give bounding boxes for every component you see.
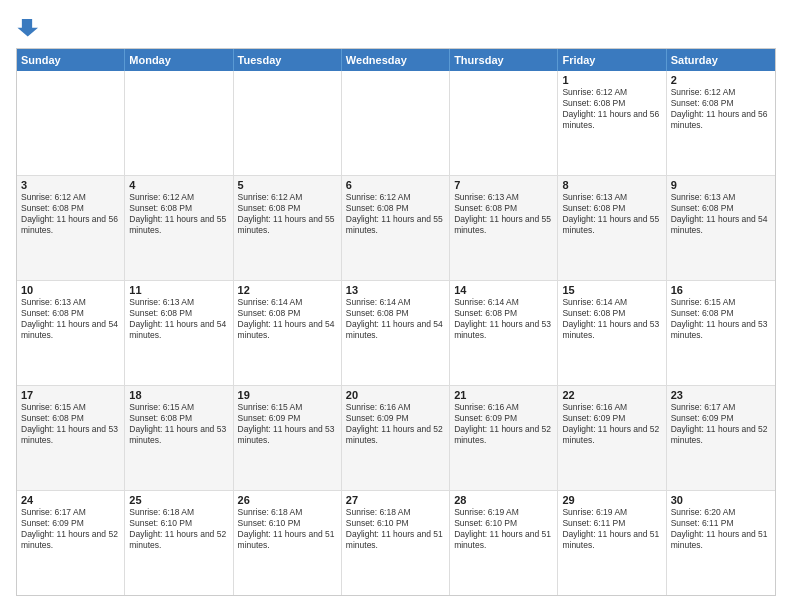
- day-number: 5: [238, 179, 337, 191]
- calendar-body: 1Sunrise: 6:12 AM Sunset: 6:08 PM Daylig…: [17, 71, 775, 595]
- day-info: Sunrise: 6:16 AM Sunset: 6:09 PM Dayligh…: [454, 402, 553, 446]
- day-info: Sunrise: 6:12 AM Sunset: 6:08 PM Dayligh…: [238, 192, 337, 236]
- calendar-cell: 25Sunrise: 6:18 AM Sunset: 6:10 PM Dayli…: [125, 491, 233, 595]
- day-number: 27: [346, 494, 445, 506]
- day-info: Sunrise: 6:18 AM Sunset: 6:10 PM Dayligh…: [238, 507, 337, 551]
- day-info: Sunrise: 6:18 AM Sunset: 6:10 PM Dayligh…: [129, 507, 228, 551]
- calendar-cell: 27Sunrise: 6:18 AM Sunset: 6:10 PM Dayli…: [342, 491, 450, 595]
- calendar-cell: 29Sunrise: 6:19 AM Sunset: 6:11 PM Dayli…: [558, 491, 666, 595]
- day-info: Sunrise: 6:13 AM Sunset: 6:08 PM Dayligh…: [21, 297, 120, 341]
- calendar-row: 24Sunrise: 6:17 AM Sunset: 6:09 PM Dayli…: [17, 490, 775, 595]
- calendar-cell: 9Sunrise: 6:13 AM Sunset: 6:08 PM Daylig…: [667, 176, 775, 280]
- day-info: Sunrise: 6:12 AM Sunset: 6:08 PM Dayligh…: [129, 192, 228, 236]
- calendar-cell: 2Sunrise: 6:12 AM Sunset: 6:08 PM Daylig…: [667, 71, 775, 175]
- day-info: Sunrise: 6:12 AM Sunset: 6:08 PM Dayligh…: [346, 192, 445, 236]
- day-number: 29: [562, 494, 661, 506]
- logo: [16, 16, 42, 38]
- calendar-cell: 22Sunrise: 6:16 AM Sunset: 6:09 PM Dayli…: [558, 386, 666, 490]
- day-info: Sunrise: 6:16 AM Sunset: 6:09 PM Dayligh…: [562, 402, 661, 446]
- calendar-cell: 5Sunrise: 6:12 AM Sunset: 6:08 PM Daylig…: [234, 176, 342, 280]
- calendar-cell: 23Sunrise: 6:17 AM Sunset: 6:09 PM Dayli…: [667, 386, 775, 490]
- calendar-row: 10Sunrise: 6:13 AM Sunset: 6:08 PM Dayli…: [17, 280, 775, 385]
- calendar-cell: 3Sunrise: 6:12 AM Sunset: 6:08 PM Daylig…: [17, 176, 125, 280]
- calendar-cell: 19Sunrise: 6:15 AM Sunset: 6:09 PM Dayli…: [234, 386, 342, 490]
- day-number: 9: [671, 179, 771, 191]
- day-info: Sunrise: 6:19 AM Sunset: 6:11 PM Dayligh…: [562, 507, 661, 551]
- calendar-cell: [450, 71, 558, 175]
- day-number: 17: [21, 389, 120, 401]
- calendar-cell: 7Sunrise: 6:13 AM Sunset: 6:08 PM Daylig…: [450, 176, 558, 280]
- calendar-cell: 12Sunrise: 6:14 AM Sunset: 6:08 PM Dayli…: [234, 281, 342, 385]
- header-day-saturday: Saturday: [667, 49, 775, 71]
- calendar-cell: 21Sunrise: 6:16 AM Sunset: 6:09 PM Dayli…: [450, 386, 558, 490]
- day-number: 16: [671, 284, 771, 296]
- day-number: 3: [21, 179, 120, 191]
- day-number: 14: [454, 284, 553, 296]
- calendar-cell: 10Sunrise: 6:13 AM Sunset: 6:08 PM Dayli…: [17, 281, 125, 385]
- header-day-tuesday: Tuesday: [234, 49, 342, 71]
- calendar-cell: [17, 71, 125, 175]
- day-info: Sunrise: 6:12 AM Sunset: 6:08 PM Dayligh…: [21, 192, 120, 236]
- day-number: 12: [238, 284, 337, 296]
- calendar-cell: 18Sunrise: 6:15 AM Sunset: 6:08 PM Dayli…: [125, 386, 233, 490]
- header-day-wednesday: Wednesday: [342, 49, 450, 71]
- calendar-cell: [342, 71, 450, 175]
- page: SundayMondayTuesdayWednesdayThursdayFrid…: [0, 0, 792, 612]
- day-info: Sunrise: 6:14 AM Sunset: 6:08 PM Dayligh…: [562, 297, 661, 341]
- day-number: 15: [562, 284, 661, 296]
- day-number: 24: [21, 494, 120, 506]
- header-day-monday: Monday: [125, 49, 233, 71]
- day-number: 1: [562, 74, 661, 86]
- day-number: 11: [129, 284, 228, 296]
- calendar-cell: 24Sunrise: 6:17 AM Sunset: 6:09 PM Dayli…: [17, 491, 125, 595]
- header: [16, 16, 776, 38]
- logo-icon: [16, 16, 38, 38]
- day-number: 28: [454, 494, 553, 506]
- header-day-sunday: Sunday: [17, 49, 125, 71]
- calendar-cell: 11Sunrise: 6:13 AM Sunset: 6:08 PM Dayli…: [125, 281, 233, 385]
- day-info: Sunrise: 6:18 AM Sunset: 6:10 PM Dayligh…: [346, 507, 445, 551]
- calendar-cell: 13Sunrise: 6:14 AM Sunset: 6:08 PM Dayli…: [342, 281, 450, 385]
- calendar-cell: [234, 71, 342, 175]
- calendar-cell: 17Sunrise: 6:15 AM Sunset: 6:08 PM Dayli…: [17, 386, 125, 490]
- day-number: 2: [671, 74, 771, 86]
- day-number: 4: [129, 179, 228, 191]
- day-info: Sunrise: 6:13 AM Sunset: 6:08 PM Dayligh…: [454, 192, 553, 236]
- calendar: SundayMondayTuesdayWednesdayThursdayFrid…: [16, 48, 776, 596]
- calendar-cell: 28Sunrise: 6:19 AM Sunset: 6:10 PM Dayli…: [450, 491, 558, 595]
- day-number: 21: [454, 389, 553, 401]
- calendar-cell: 6Sunrise: 6:12 AM Sunset: 6:08 PM Daylig…: [342, 176, 450, 280]
- day-number: 25: [129, 494, 228, 506]
- calendar-cell: 20Sunrise: 6:16 AM Sunset: 6:09 PM Dayli…: [342, 386, 450, 490]
- day-info: Sunrise: 6:14 AM Sunset: 6:08 PM Dayligh…: [454, 297, 553, 341]
- day-info: Sunrise: 6:15 AM Sunset: 6:08 PM Dayligh…: [671, 297, 771, 341]
- calendar-row: 17Sunrise: 6:15 AM Sunset: 6:08 PM Dayli…: [17, 385, 775, 490]
- day-info: Sunrise: 6:12 AM Sunset: 6:08 PM Dayligh…: [562, 87, 661, 131]
- calendar-row: 3Sunrise: 6:12 AM Sunset: 6:08 PM Daylig…: [17, 175, 775, 280]
- day-info: Sunrise: 6:14 AM Sunset: 6:08 PM Dayligh…: [238, 297, 337, 341]
- day-number: 10: [21, 284, 120, 296]
- calendar-cell: 30Sunrise: 6:20 AM Sunset: 6:11 PM Dayli…: [667, 491, 775, 595]
- day-info: Sunrise: 6:13 AM Sunset: 6:08 PM Dayligh…: [129, 297, 228, 341]
- svg-marker-0: [17, 19, 38, 37]
- day-info: Sunrise: 6:15 AM Sunset: 6:08 PM Dayligh…: [21, 402, 120, 446]
- calendar-header: SundayMondayTuesdayWednesdayThursdayFrid…: [17, 49, 775, 71]
- day-number: 6: [346, 179, 445, 191]
- day-number: 23: [671, 389, 771, 401]
- day-info: Sunrise: 6:12 AM Sunset: 6:08 PM Dayligh…: [671, 87, 771, 131]
- day-number: 8: [562, 179, 661, 191]
- day-info: Sunrise: 6:15 AM Sunset: 6:09 PM Dayligh…: [238, 402, 337, 446]
- day-info: Sunrise: 6:17 AM Sunset: 6:09 PM Dayligh…: [21, 507, 120, 551]
- day-info: Sunrise: 6:20 AM Sunset: 6:11 PM Dayligh…: [671, 507, 771, 551]
- day-info: Sunrise: 6:14 AM Sunset: 6:08 PM Dayligh…: [346, 297, 445, 341]
- day-number: 7: [454, 179, 553, 191]
- day-number: 26: [238, 494, 337, 506]
- calendar-cell: 16Sunrise: 6:15 AM Sunset: 6:08 PM Dayli…: [667, 281, 775, 385]
- calendar-cell: 8Sunrise: 6:13 AM Sunset: 6:08 PM Daylig…: [558, 176, 666, 280]
- day-number: 22: [562, 389, 661, 401]
- calendar-cell: 1Sunrise: 6:12 AM Sunset: 6:08 PM Daylig…: [558, 71, 666, 175]
- day-info: Sunrise: 6:13 AM Sunset: 6:08 PM Dayligh…: [562, 192, 661, 236]
- day-info: Sunrise: 6:19 AM Sunset: 6:10 PM Dayligh…: [454, 507, 553, 551]
- calendar-cell: 14Sunrise: 6:14 AM Sunset: 6:08 PM Dayli…: [450, 281, 558, 385]
- calendar-cell: [125, 71, 233, 175]
